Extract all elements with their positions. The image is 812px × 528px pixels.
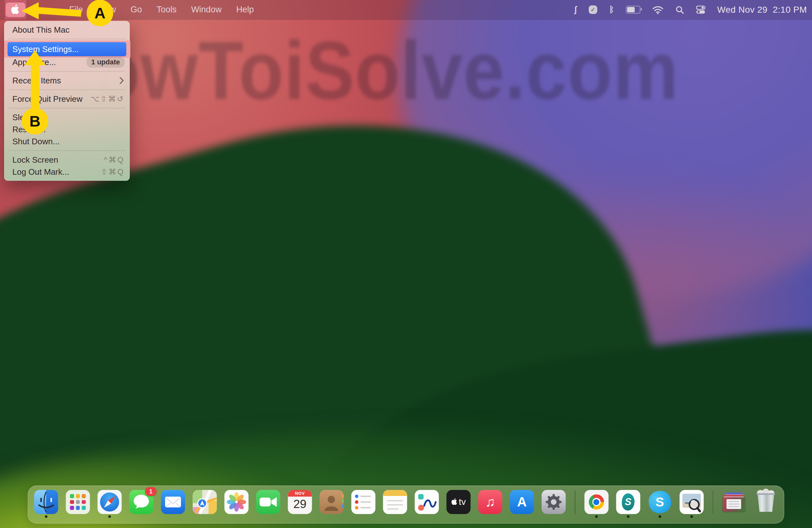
running-indicator-dot [690, 515, 693, 518]
desktop: HowToiSolve.com File View Go Tools Windo… [0, 0, 812, 528]
dock: 1NOV29tv♫ASS [28, 485, 784, 524]
calendar-month: NOV [288, 490, 312, 497]
running-indicator-dot [108, 515, 111, 518]
spotlight-search-icon[interactable] [675, 5, 684, 14]
menu-bar-status: ʃ ✓ ᛒ Wed Nov 29 2:10 PM [574, 0, 812, 19]
apple-menu: About This Mac System Settings... App St… [4, 21, 130, 181]
battery-icon[interactable] [626, 6, 640, 14]
checkmark-status-icon[interactable]: ✓ [589, 5, 597, 14]
calendar-dock-icon[interactable]: NOV29 [288, 490, 312, 514]
menu-item-shut-down[interactable]: Shut Down... [4, 135, 130, 147]
launchpad-dock-icon[interactable] [66, 490, 90, 514]
menu-divider [8, 150, 126, 151]
annotation-arrow-a-head [21, 2, 39, 19]
preview-dock-icon[interactable] [679, 490, 704, 514]
menu-bar: File View Go Tools Window Help ʃ ✓ ᛒ Wed… [0, 0, 812, 20]
menu-item-app-store[interactable]: App Store... 1 update [4, 56, 130, 68]
menu-item-log-out[interactable]: Log Out Mark... ⇧⌘Q [4, 166, 130, 178]
menu-window[interactable]: Window [184, 5, 229, 15]
surfshark-status-icon[interactable]: ʃ [574, 5, 577, 15]
control-center-icon[interactable] [696, 5, 706, 14]
apple-tv-dock-icon[interactable]: tv [447, 490, 471, 514]
shortcut-force-quit: ⌥⇧⌘↺ [90, 94, 125, 103]
trash-dock-icon[interactable] [754, 490, 778, 514]
minimized-window-dock-icon[interactable] [722, 490, 746, 514]
chrome-dock-icon[interactable] [584, 490, 608, 514]
photos-dock-icon[interactable] [224, 490, 249, 514]
reminders-dock-icon[interactable] [351, 490, 376, 514]
dock-separator [712, 490, 713, 514]
menu-help[interactable]: Help [229, 5, 261, 15]
wifi-icon[interactable] [652, 5, 664, 14]
shortcut-lock-screen: ^⌘Q [104, 156, 125, 164]
chevron-right-icon [117, 77, 124, 84]
menu-divider [8, 71, 126, 72]
app-store-dock-icon[interactable]: A [510, 490, 534, 514]
notes-dock-icon[interactable] [383, 490, 407, 514]
menu-bar-clock[interactable]: Wed Nov 29 2:10 PM [717, 5, 807, 15]
dock-separator [575, 490, 576, 514]
shortcut-log-out: ⇧⌘Q [101, 167, 125, 176]
annotation-arrow-b-shaft [31, 65, 39, 110]
freeform-dock-icon[interactable] [415, 490, 439, 514]
site-watermark: HowToiSolve.com [41, 23, 679, 118]
running-indicator-dot [45, 515, 47, 518]
maps-dock-icon[interactable] [193, 490, 217, 514]
apple-logo-icon [11, 3, 20, 16]
finder-dock-icon[interactable] [34, 490, 58, 514]
menu-divider [8, 39, 126, 39]
contacts-dock-icon[interactable] [320, 490, 344, 514]
running-indicator-dot [658, 515, 661, 518]
surfshark-dock-icon[interactable]: S [616, 490, 640, 514]
bluetooth-icon[interactable]: ᛒ [609, 5, 614, 15]
notification-badge: 1 [145, 487, 157, 496]
annotation-step-b: B [21, 108, 48, 134]
mail-dock-icon[interactable] [161, 490, 185, 514]
safari-dock-icon[interactable] [98, 490, 122, 514]
calendar-day: 29 [288, 498, 312, 511]
running-indicator-dot [595, 515, 598, 518]
update-badge: 1 update [87, 57, 125, 68]
annotation-step-a: A [87, 0, 113, 26]
messages-dock-icon[interactable]: 1 [129, 490, 154, 514]
facetime-dock-icon[interactable] [256, 490, 280, 514]
running-indicator-dot [627, 515, 629, 518]
skype-dock-icon[interactable]: S [648, 490, 672, 514]
menu-item-lock-screen[interactable]: Lock Screen ^⌘Q [4, 154, 130, 166]
system-settings-dock-icon[interactable] [542, 490, 566, 514]
menu-tools[interactable]: Tools [149, 5, 184, 15]
menu-divider [8, 89, 126, 90]
menu-item-recent-items[interactable]: Recent Items [4, 74, 130, 87]
menu-item-force-quit[interactable]: Force Quit Preview ⌥⇧⌘↺ [4, 93, 130, 105]
annotation-arrow-b-head [25, 50, 45, 65]
menu-go[interactable]: Go [124, 5, 149, 15]
music-dock-icon[interactable]: ♫ [478, 490, 503, 514]
